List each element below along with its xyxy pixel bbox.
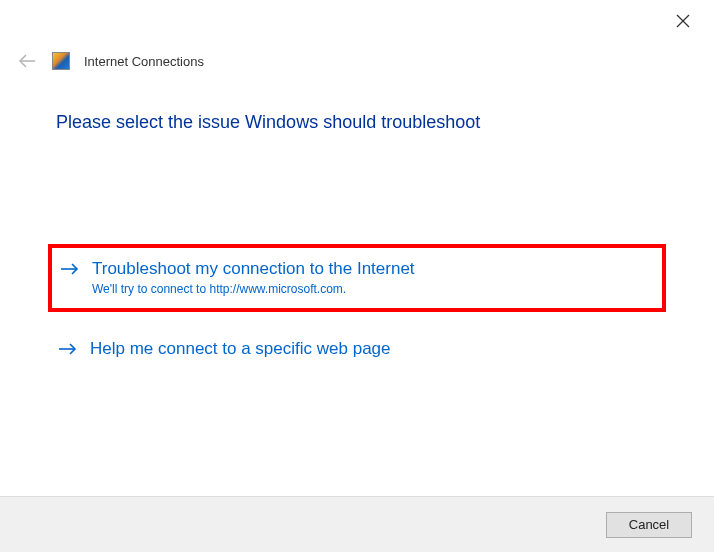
option-title: Troubleshoot my connection to the Intern… xyxy=(92,258,654,280)
wizard-header: Internet Connections xyxy=(16,50,204,72)
option-text: Help me connect to a specific web page xyxy=(90,338,656,360)
option-text: Troubleshoot my connection to the Intern… xyxy=(92,258,654,296)
options-list: Troubleshoot my connection to the Intern… xyxy=(48,244,666,372)
wizard-title: Internet Connections xyxy=(84,54,204,69)
cancel-button[interactable]: Cancel xyxy=(606,512,692,538)
back-arrow-icon[interactable] xyxy=(16,50,38,72)
troubleshooter-icon xyxy=(52,52,70,70)
option-subtitle: We'll try to connect to http://www.micro… xyxy=(92,282,654,296)
wizard-footer: Cancel xyxy=(0,496,714,552)
option-title: Help me connect to a specific web page xyxy=(90,338,656,360)
arrow-right-icon xyxy=(60,261,80,277)
option-specific-webpage[interactable]: Help me connect to a specific web page xyxy=(48,326,666,372)
arrow-right-icon xyxy=(58,341,78,357)
page-heading: Please select the issue Windows should t… xyxy=(56,112,480,133)
close-button[interactable] xyxy=(676,14,692,30)
option-troubleshoot-internet[interactable]: Troubleshoot my connection to the Intern… xyxy=(48,244,666,312)
